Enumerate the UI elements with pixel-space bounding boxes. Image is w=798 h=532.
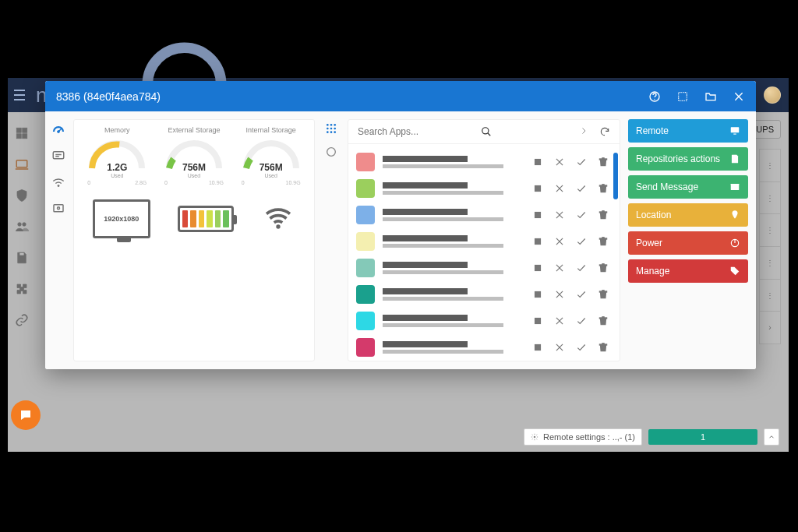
chevron-right-icon[interactable]	[579, 126, 588, 136]
check-icon[interactable]	[576, 342, 587, 353]
avatar[interactable]	[764, 86, 781, 104]
check-icon[interactable]	[576, 210, 587, 220]
check-icon[interactable]	[576, 157, 587, 167]
svg-rect-82	[602, 317, 604, 318]
present-icon[interactable]	[51, 202, 65, 216]
action-send-message[interactable]: Send Message	[628, 175, 748, 199]
svg-rect-67	[602, 238, 604, 238]
folder-icon[interactable]	[704, 90, 717, 103]
svg-rect-89	[733, 134, 736, 135]
close-icon[interactable]	[554, 342, 565, 353]
footer-count[interactable]: 1	[648, 429, 757, 445]
svg-rect-78	[535, 319, 541, 324]
message-icon[interactable]	[51, 149, 65, 163]
action-manage[interactable]: Manage	[628, 259, 748, 283]
svg-rect-62	[602, 211, 604, 212]
modal-title: 8386 (84e0f4aea784)	[56, 90, 161, 103]
app-color-icon	[356, 338, 375, 357]
gear-icon	[531, 433, 538, 441]
stop-icon[interactable]	[532, 183, 543, 194]
save-icon	[729, 153, 740, 164]
close-icon[interactable]	[554, 289, 565, 300]
app-name-placeholder	[383, 209, 524, 221]
footer-bar: Remote settings : ..,- (1) 1	[524, 428, 779, 446]
svg-point-43	[330, 131, 333, 133]
trash-icon[interactable]	[598, 262, 609, 273]
action-remote[interactable]: Remote	[628, 119, 748, 143]
close-icon[interactable]	[554, 157, 565, 167]
footer-collapse[interactable]	[764, 428, 779, 446]
app-row[interactable]	[356, 308, 620, 334]
check-icon[interactable]	[576, 183, 587, 194]
app-color-icon	[356, 312, 375, 330]
stop-icon[interactable]	[532, 236, 543, 247]
svg-rect-58	[535, 213, 541, 218]
trash-icon[interactable]	[598, 210, 609, 220]
action-power[interactable]: Power	[628, 231, 748, 255]
app-row[interactable]	[356, 228, 620, 255]
svg-point-45	[327, 148, 336, 157]
trash-icon[interactable]	[598, 157, 609, 167]
chat-button[interactable]	[11, 400, 41, 430]
tag-icon	[729, 266, 740, 277]
action-location[interactable]: Location	[628, 203, 748, 227]
trash-icon[interactable]	[598, 183, 609, 194]
stop-icon[interactable]	[532, 262, 543, 273]
app-row[interactable]	[356, 149, 620, 175]
svg-rect-83	[535, 345, 541, 351]
menu-icon[interactable]	[11, 86, 28, 104]
wifi-settings-icon[interactable]	[51, 175, 65, 189]
check-icon[interactable]	[576, 289, 587, 300]
main-body: OUPS ⋮⋮⋮⋮⋮› 8386 (84e0f4aea784)	[8, 112, 789, 452]
footer-settings[interactable]: Remote settings : ..,- (1)	[524, 428, 642, 446]
help-icon[interactable]	[648, 90, 661, 103]
svg-rect-68	[535, 266, 541, 271]
loop-icon[interactable]	[325, 146, 337, 158]
check-icon[interactable]	[576, 236, 587, 247]
trash-icon[interactable]	[598, 289, 609, 300]
stop-icon[interactable]	[532, 289, 543, 300]
apps-search-input[interactable]	[358, 126, 475, 137]
close-icon[interactable]	[554, 210, 565, 220]
trash-icon[interactable]	[598, 342, 609, 353]
svg-rect-24	[679, 92, 687, 100]
close-icon[interactable]	[554, 236, 565, 247]
grid-icon[interactable]	[325, 122, 337, 135]
svg-rect-73	[535, 292, 541, 298]
action-repositories-actions[interactable]: Repositories actions	[628, 147, 748, 171]
stop-icon[interactable]	[532, 157, 543, 167]
gauge-external: External Storage 756M Used 010.9G	[157, 126, 231, 185]
stop-icon[interactable]	[532, 342, 543, 353]
apps-scrollbar[interactable]	[613, 153, 618, 354]
app-row[interactable]	[356, 334, 620, 361]
check-icon[interactable]	[576, 262, 587, 273]
refresh-icon[interactable]	[599, 126, 610, 137]
app-color-icon	[356, 259, 375, 277]
app-row[interactable]	[356, 255, 620, 281]
close-icon[interactable]	[554, 183, 565, 194]
app-row[interactable]	[356, 202, 620, 228]
apps-card	[348, 119, 620, 361]
search-icon[interactable]	[481, 126, 492, 137]
svg-point-36	[327, 124, 329, 126]
check-icon[interactable]	[576, 315, 587, 326]
svg-point-38	[334, 124, 336, 126]
close-icon[interactable]	[554, 262, 565, 273]
app-row[interactable]	[356, 281, 620, 308]
app-name-placeholder	[383, 341, 524, 354]
stop-icon[interactable]	[532, 210, 543, 220]
trash-icon[interactable]	[598, 315, 609, 326]
app-row[interactable]	[356, 175, 620, 202]
select-icon[interactable]	[676, 90, 689, 103]
battery-indicator	[178, 206, 234, 232]
stop-icon[interactable]	[532, 315, 543, 326]
close-icon[interactable]	[554, 315, 565, 326]
app-name-placeholder	[383, 182, 524, 195]
gauge-icon[interactable]	[51, 122, 65, 136]
svg-point-44	[334, 131, 336, 133]
svg-rect-88	[731, 127, 740, 132]
modal-sidebar	[45, 111, 72, 369]
svg-point-42	[327, 131, 329, 133]
close-icon[interactable]	[733, 90, 745, 103]
trash-icon[interactable]	[598, 236, 609, 247]
